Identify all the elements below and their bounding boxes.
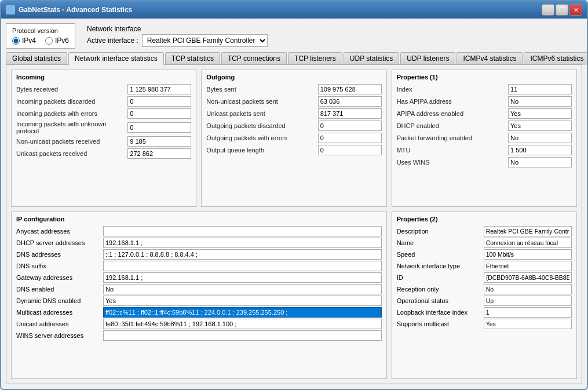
protocol-label: Protocol version xyxy=(12,27,69,34)
tab-tcp-connections[interactable]: TCP connections xyxy=(221,52,287,65)
props2-field-label: Loopback interface index xyxy=(397,309,484,316)
field-row: DHCP enabled xyxy=(397,121,572,131)
ip-field-label: Dynamic DNS enabled xyxy=(16,297,103,304)
ip-field-value-input[interactable] xyxy=(103,330,382,341)
field-label: APIPA address enabled xyxy=(397,110,508,117)
props2-field-label: Operational status xyxy=(397,297,484,304)
field-label: Index xyxy=(397,86,508,93)
ip-field-value-input[interactable] xyxy=(103,226,382,236)
ip-field-value-input[interactable] xyxy=(103,249,382,260)
ip-field-value-input[interactable] xyxy=(103,238,382,248)
field-value-input[interactable] xyxy=(127,96,191,107)
field-row: Index xyxy=(397,84,572,94)
field-value-input[interactable] xyxy=(508,133,572,143)
field-value-input[interactable] xyxy=(127,148,191,159)
field-value-input[interactable] xyxy=(508,96,572,107)
ip-config-section: IP configuration Anycast addressesDHCP s… xyxy=(11,212,387,380)
ip-field-label: DNS enabled xyxy=(16,286,103,293)
field-value-input[interactable] xyxy=(318,133,382,143)
ip-field-value-input[interactable] xyxy=(103,284,382,294)
tab-network-interface-statistics[interactable]: Network interface statistics xyxy=(68,52,164,65)
field-row: Outgoing packets with errors xyxy=(206,133,381,143)
props2-field-value-input[interactable] xyxy=(484,272,572,283)
props2-field-value-input[interactable] xyxy=(484,226,572,236)
props2-field-label: ID xyxy=(397,274,484,281)
incoming-title: Incoming xyxy=(16,74,191,81)
field-value-input[interactable] xyxy=(318,108,382,119)
field-value-input[interactable] xyxy=(127,136,191,147)
field-value-input[interactable] xyxy=(508,108,572,119)
top-section: Protocol version IPv4 IPv6 Network inter… xyxy=(6,23,582,49)
field-row: Incoming packets with unknown protocol xyxy=(16,121,191,134)
field-value-input[interactable] xyxy=(508,157,572,167)
props2-field-value-input[interactable] xyxy=(484,307,572,318)
ip-fields: Anycast addressesDHCP server addressesDN… xyxy=(16,226,382,341)
ipv4-radio[interactable]: IPv4 xyxy=(12,37,36,45)
ip-config-title: IP configuration xyxy=(16,216,382,223)
title-bar: GabNetStats - Advanced Statistics ─ ❐ ✕ xyxy=(1,1,587,19)
props2-field-value-input[interactable] xyxy=(484,261,572,271)
field-value-input[interactable] xyxy=(318,96,382,107)
incoming-section: Incoming Bytes receivedIncoming packets … xyxy=(11,70,196,207)
ip-field-value-input[interactable] xyxy=(103,272,382,283)
field-label: Incoming packets with errors xyxy=(16,110,127,117)
props2-field-value-input[interactable] xyxy=(484,238,572,248)
ip-field-label: DNS addresses xyxy=(16,251,103,258)
protocol-group: Protocol version IPv4 IPv6 xyxy=(6,23,75,49)
props2-field-row: Network interface type xyxy=(397,261,572,271)
field-value-input[interactable] xyxy=(127,122,191,133)
field-value-input[interactable] xyxy=(318,145,382,155)
tab-udp-listeners[interactable]: UDP listeners xyxy=(400,52,455,65)
props2-field-value-input[interactable] xyxy=(484,319,572,329)
ip-field-label: DNS suffix xyxy=(16,263,103,269)
field-row: Packet forwarding enabled xyxy=(397,133,572,143)
close-button[interactable]: ✕ xyxy=(569,4,582,16)
restore-button[interactable]: ❐ xyxy=(556,4,568,16)
ip-field-label: Multicast addresses xyxy=(16,309,103,316)
tab-icmpv6-statistics[interactable]: ICMPv6 statistics xyxy=(524,52,588,65)
ip-field-value-input[interactable] xyxy=(103,261,382,271)
tab-icmpv4-statistics[interactable]: ICMPv4 statistics xyxy=(456,52,523,65)
ipv6-radio[interactable]: IPv6 xyxy=(45,37,69,45)
ip-field-value-input[interactable] xyxy=(103,319,382,329)
field-label: MTU xyxy=(397,147,508,154)
field-value-input[interactable] xyxy=(127,108,191,119)
ip-field-row: Multicast addresses xyxy=(16,307,382,318)
tab-tcp-listeners[interactable]: TCP listeners xyxy=(288,52,342,65)
props2-field-value-input[interactable] xyxy=(484,296,572,306)
props2-field-row: Operational status xyxy=(397,296,572,306)
ip-field-label: WINS server addresses xyxy=(16,332,103,339)
field-label: Incoming packets with unknown protocol xyxy=(16,121,127,134)
props2-field-row: Name xyxy=(397,238,572,248)
field-value-input[interactable] xyxy=(318,84,382,94)
field-value-input[interactable] xyxy=(127,84,191,94)
network-interface-label: Network interface xyxy=(87,25,268,33)
field-value-input[interactable] xyxy=(508,145,572,155)
props2-title: Properties (2) xyxy=(397,216,572,223)
props1-fields: IndexHas APIPA addressAPIPA address enab… xyxy=(397,84,572,167)
ip-field-label: Unicast addresses xyxy=(16,320,103,327)
ip-field-value-input[interactable] xyxy=(103,307,382,318)
ipv4-label: IPv4 xyxy=(22,37,36,45)
field-row: Non-unicast packets received xyxy=(16,136,191,147)
outgoing-fields: Bytes sentNon-unicast packets sentUnicas… xyxy=(206,84,381,155)
interface-select[interactable]: Realtek PCI GBE Family Controller xyxy=(142,34,268,47)
tab-tcp-statistics[interactable]: TCP statistics xyxy=(165,52,220,65)
tab-global-statistics[interactable]: Global statistics xyxy=(6,52,67,65)
tab-udp-statistics[interactable]: UDP statistics xyxy=(344,52,399,65)
tabs-row: Global statistics Network interface stat… xyxy=(6,52,582,65)
field-row: Has APIPA address xyxy=(397,96,572,107)
field-value-input[interactable] xyxy=(318,121,382,131)
field-label: Output queue length xyxy=(206,147,317,154)
field-row: Incoming packets discarded xyxy=(16,96,191,107)
minimize-button[interactable]: ─ xyxy=(542,4,554,16)
ipv6-label: IPv6 xyxy=(55,37,69,45)
field-value-input[interactable] xyxy=(508,84,572,94)
ip-field-value-input[interactable] xyxy=(103,296,382,306)
field-label: DHCP enabled xyxy=(397,122,508,129)
props2-field-label: Name xyxy=(397,239,484,246)
field-value-input[interactable] xyxy=(508,121,572,131)
props2-field-value-input[interactable] xyxy=(484,249,572,260)
props2-field-value-input[interactable] xyxy=(484,284,572,294)
ip-field-row: DNS enabled xyxy=(16,284,382,294)
